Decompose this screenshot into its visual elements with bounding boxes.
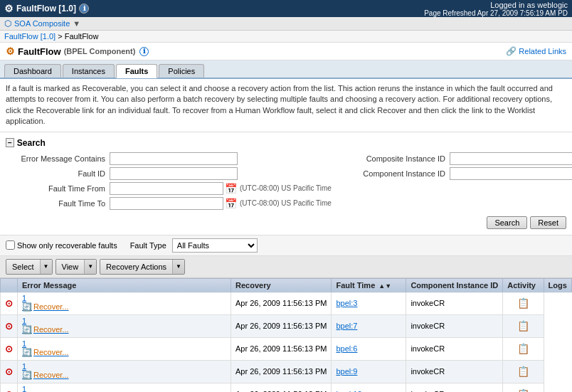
table-row: ⊙ 1 🔄 Recover... Apr 26, 2009 11:56:13 P… — [1, 360, 572, 383]
recover-text: Recover... — [33, 325, 69, 334]
col-fault-time[interactable]: Fault Time ▲▼ — [332, 278, 406, 292]
recover-link[interactable]: 🔄 Recover... — [22, 325, 69, 334]
instance-id-link[interactable]: bpel:7 — [336, 322, 357, 330]
description-text: If a fault is marked as Recoverable, you… — [6, 84, 553, 125]
row-error-message-cell: 1 🔄 Recover... — [18, 360, 231, 383]
recover-link[interactable]: 🔄 Recover... — [22, 348, 69, 357]
instance-id-link[interactable]: bpel:6 — [336, 344, 357, 353]
row-logs-cell: 📋 — [503, 292, 544, 314]
instance-id-link[interactable]: bpel:9 — [336, 367, 357, 376]
soa-composite-link[interactable]: SOA Composite — [14, 19, 70, 28]
row-logs-cell: 📋 — [503, 314, 544, 337]
fault-message-link[interactable]: 1 🔄 Recover... — [22, 385, 69, 392]
fault-message-link[interactable]: 1 🔄 Recover... — [22, 339, 69, 357]
component-instance-id-row: Component Instance ID — [346, 167, 572, 180]
log-icon[interactable]: 📋 — [517, 388, 529, 392]
tab-faults[interactable]: Faults — [116, 64, 157, 78]
show-recoverable-text: Show only recoverable faults — [17, 241, 117, 250]
fault-type-label: Fault Type — [130, 241, 166, 250]
soa-bar: ⬡ SOA Composite ▼ — [0, 17, 572, 31]
instance-id-link[interactable]: bpel:3 — [336, 299, 357, 307]
row-icon-cell: ⊙ — [1, 337, 18, 360]
breadcrumb: FaultFlow [1.0] > FaultFlow — [0, 31, 572, 43]
logged-in-label: Logged in as weblogic — [424, 1, 568, 9]
fault-type-select[interactable]: All Faults System Faults Business Faults… — [172, 238, 258, 253]
recover-icon: 🔄 — [22, 325, 32, 334]
component-instance-id-label: Component Instance ID — [346, 169, 445, 178]
view-button[interactable]: View ▼ — [55, 259, 97, 275]
table-row: ⊙ 1 🔄 Recover... Apr 26, 2009 11:56:13 P… — [1, 337, 572, 360]
app-title-bar: ⚙ FaultFlow [1.0] ℹ — [4, 3, 89, 14]
col-component-instance-id-label: Component Instance ID — [411, 281, 498, 290]
error-msg-row: Error Message Contains — [6, 152, 332, 165]
tab-instances[interactable]: Instances — [63, 64, 115, 78]
row-error-message-cell: 1 🔄 Recover... — [18, 314, 231, 337]
fault-time-to-cal-icon[interactable]: 📅 — [225, 198, 237, 209]
reset-button[interactable]: Reset — [530, 216, 566, 229]
row-activity-cell: invokeCR — [406, 314, 503, 337]
tab-dashboard[interactable]: Dashboard — [4, 64, 61, 78]
show-recoverable-checkbox[interactable] — [6, 240, 15, 250]
page-refresh-label: Page Refreshed Apr 27, 2009 7:56:19 AM P… — [424, 9, 568, 17]
log-icon[interactable]: 📋 — [517, 366, 529, 377]
activity-value: invokeCR — [411, 367, 445, 376]
fault-message-link[interactable]: 1 🔄 Recover... — [22, 362, 69, 380]
toolbar: Select ▼ View ▼ Recovery Actions ▼ — [0, 256, 572, 278]
log-icon[interactable]: 📋 — [517, 297, 529, 309]
component-instance-id-input[interactable] — [450, 167, 572, 180]
activity-value: invokeCR — [411, 344, 445, 353]
recover-icon: 🔄 — [22, 302, 32, 312]
composite-instance-id-input[interactable] — [450, 152, 572, 165]
view-dropdown-arrow[interactable]: ▼ — [84, 260, 96, 274]
breadcrumb-app-link[interactable]: FaultFlow [1.0] — [4, 32, 55, 41]
select-button[interactable]: Select ▼ — [6, 259, 53, 275]
app-title: FaultFlow [1.0] — [16, 4, 76, 14]
filter-bar: Show only recoverable faults Fault Type … — [0, 235, 572, 256]
soa-dropdown-arrow[interactable]: ▼ — [73, 19, 80, 28]
fault-id-label: Fault ID — [6, 169, 105, 178]
select-dropdown-arrow[interactable]: ▼ — [40, 260, 52, 274]
related-links-area[interactable]: 🔗 Related Links — [506, 46, 566, 56]
col-logs-label: Logs — [549, 281, 567, 290]
recover-link[interactable]: 🔄 Recover... — [22, 302, 69, 312]
recovery-actions-dropdown-arrow[interactable]: ▼ — [172, 260, 184, 274]
search-title[interactable]: − Search — [6, 138, 566, 148]
component-info-icon[interactable]: ℹ — [139, 47, 149, 56]
row-component-instance-id-cell: bpel:10 — [332, 383, 406, 392]
row-component-instance-id-cell: bpel:7 — [332, 314, 406, 337]
activity-value: invokeCR — [411, 322, 445, 330]
search-button[interactable]: Search — [487, 216, 527, 229]
fault-message-link[interactable]: 1 🔄 Recover... — [22, 317, 69, 334]
view-label: View — [56, 260, 85, 274]
fault-id-input[interactable] — [110, 167, 238, 180]
collapse-button[interactable]: − — [6, 138, 14, 147]
log-icon[interactable]: 📋 — [517, 320, 529, 332]
col-fault-time-label: Fault Time — [336, 281, 375, 290]
tab-policies[interactable]: Policies — [159, 64, 204, 78]
error-msg-input[interactable] — [110, 152, 238, 165]
fault-time-value: Apr 26, 2009 11:56:13 PM — [235, 322, 327, 330]
row-logs-cell: 📋 — [503, 383, 544, 392]
fault-message-link[interactable]: 1 🔄 Recover... — [22, 294, 69, 312]
fault-time-to-input[interactable] — [110, 197, 223, 210]
breadcrumb-separator: > — [58, 32, 64, 41]
fault-time-from-input[interactable] — [110, 182, 223, 195]
show-recoverable-label[interactable]: Show only recoverable faults — [6, 240, 117, 250]
fault-time-from-label: Fault Time From — [6, 184, 105, 193]
col-error-message-label: Error Message — [22, 281, 76, 290]
recovery-actions-button[interactable]: Recovery Actions ▼ — [100, 259, 185, 275]
recovery-actions-label: Recovery Actions — [100, 260, 172, 274]
component-header: ⚙ FaultFlow (BPEL Component) ℹ 🔗 Related… — [0, 43, 572, 60]
fault-time-from-tz: (UTC-08:00) US Pacific Time — [240, 184, 332, 192]
table-row: ⊙ 1 🔄 Recover... Apr 26, 2009 11:56:12 P… — [1, 383, 572, 392]
component-title-area: ⚙ FaultFlow (BPEL Component) ℹ — [6, 46, 149, 57]
link-icon: 🔗 — [506, 46, 517, 56]
col-icon — [1, 278, 18, 292]
col-error-message: Error Message — [18, 278, 231, 292]
row-component-instance-id-cell: bpel:3 — [332, 292, 406, 314]
recover-link[interactable]: 🔄 Recover... — [22, 371, 69, 380]
fault-time-from-cal-icon[interactable]: 📅 — [225, 183, 237, 194]
app-info-icon[interactable]: ℹ — [79, 4, 89, 14]
fault-id-row: Fault ID — [6, 167, 332, 180]
log-icon[interactable]: 📋 — [517, 343, 529, 354]
